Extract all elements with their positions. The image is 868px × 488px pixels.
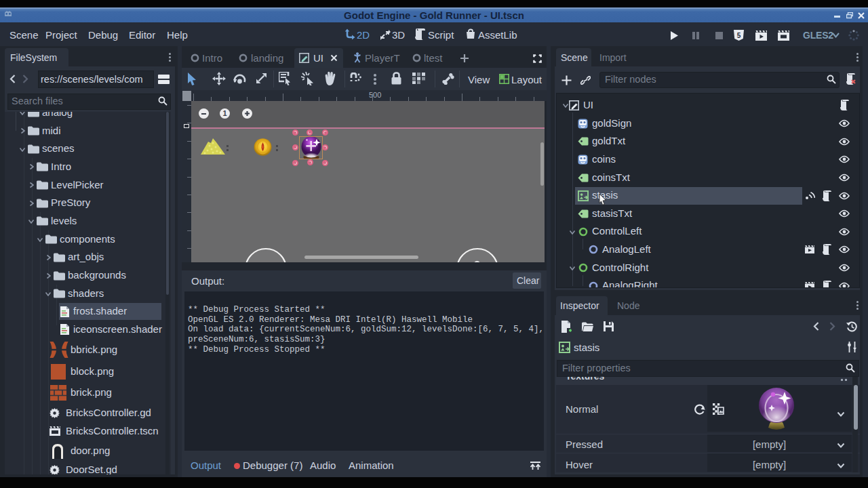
svg-text:5: 5 (737, 32, 741, 39)
